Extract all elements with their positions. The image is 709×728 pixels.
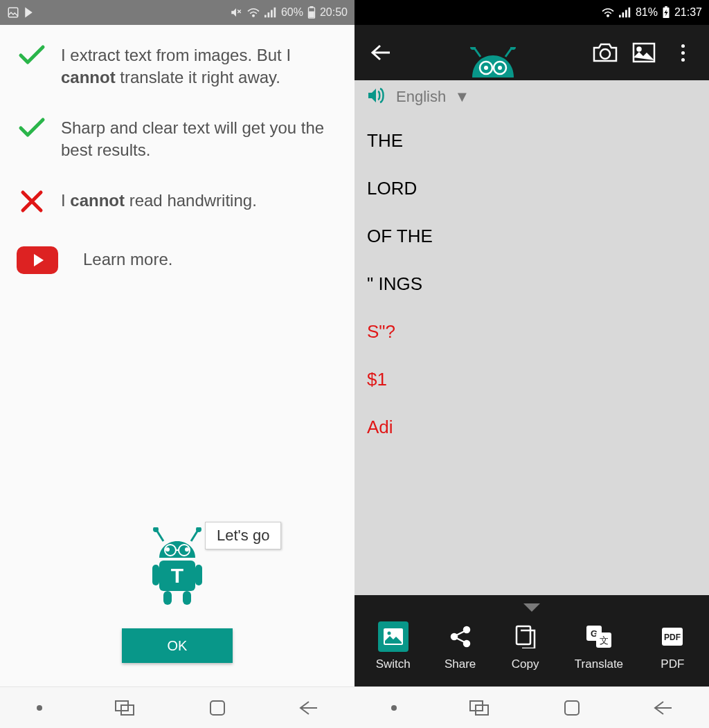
svg-point-14: [165, 547, 170, 552]
youtube-icon: [17, 246, 58, 274]
signal-icon: [619, 7, 631, 18]
status-time: 20:50: [320, 6, 348, 19]
svg-rect-35: [665, 6, 667, 8]
svg-rect-5: [267, 12, 269, 17]
check-icon: [17, 44, 47, 66]
speaker-button[interactable]: [367, 87, 386, 107]
svg-point-44: [498, 66, 502, 70]
back-button[interactable]: [654, 700, 673, 716]
svg-rect-6: [271, 10, 273, 17]
intro-line-2: Sharp and clear text will get you the be…: [61, 117, 338, 162]
recents-button[interactable]: [115, 700, 136, 716]
action-label: Switch: [376, 657, 411, 671]
ocr-result-screen: 81% 21:37: [354, 0, 709, 728]
svg-rect-4: [264, 15, 267, 18]
svg-rect-64: [565, 701, 579, 715]
image-icon: [7, 6, 19, 19]
svg-point-49: [387, 632, 391, 635]
intro-content: I extract text from images. But I cannot…: [0, 25, 354, 686]
wifi-icon: [601, 7, 615, 18]
nav-dot-icon: [37, 705, 42, 711]
svg-point-3: [253, 15, 254, 17]
home-button[interactable]: [563, 699, 581, 717]
svg-rect-31: [622, 12, 624, 17]
ocr-line: " INGS: [367, 273, 697, 295]
intro-line-1: I extract text from images. But I cannot…: [61, 44, 338, 89]
svg-rect-20: [163, 591, 172, 605]
back-button[interactable]: [299, 700, 318, 716]
status-time: 21:37: [674, 6, 702, 19]
language-label: English: [396, 88, 446, 105]
svg-rect-28: [210, 701, 224, 715]
overflow-menu-button[interactable]: [667, 37, 698, 68]
gallery-button[interactable]: [629, 37, 659, 68]
wifi-icon: [246, 7, 260, 18]
svg-rect-0: [8, 8, 18, 17]
action-label: Share: [445, 657, 476, 671]
check-icon: [17, 117, 47, 139]
bottom-action-tray: Switch Share Copy G文 Translate: [354, 595, 709, 686]
status-bar: 60% 20:50: [0, 0, 354, 25]
app-mascot-peek-icon: [464, 47, 522, 80]
learn-more-label: Learn more.: [83, 248, 172, 271]
svg-line-54: [456, 638, 465, 642]
app-bar: [354, 25, 709, 80]
svg-point-47: [638, 48, 641, 51]
learn-more-row[interactable]: Learn more.: [17, 246, 338, 274]
speech-bubble: Let's go: [205, 522, 281, 549]
ocr-text-area[interactable]: THE LORD OF THE " INGS S"? $1 Adi: [354, 113, 709, 595]
home-button[interactable]: [208, 699, 226, 717]
ocr-line: LORD: [367, 178, 697, 199]
language-dropdown[interactable]: English ▼: [396, 88, 469, 106]
recents-button[interactable]: [469, 700, 490, 716]
cross-icon: [17, 190, 47, 213]
tray-collapse-handle[interactable]: [354, 595, 709, 620]
svg-rect-10: [309, 12, 314, 17]
svg-text:PDF: PDF: [664, 633, 681, 642]
svg-point-15: [185, 547, 189, 552]
translate-button[interactable]: G文 Translate: [575, 621, 623, 671]
svg-text:T: T: [171, 564, 183, 587]
ocr-line: OF THE: [367, 226, 697, 247]
battery-percent: 60%: [281, 6, 303, 19]
copy-button[interactable]: Copy: [510, 621, 541, 671]
svg-line-16: [156, 530, 163, 541]
chevron-down-icon: ▼: [450, 88, 469, 105]
nav-dot-icon: [391, 705, 397, 711]
switch-button[interactable]: Switch: [376, 621, 411, 671]
ocr-line: S"?: [367, 321, 697, 343]
action-label: Translate: [575, 657, 623, 671]
intro-line-3: I cannot read handwriting.: [61, 190, 257, 212]
svg-rect-30: [619, 15, 621, 18]
svg-rect-9: [310, 6, 313, 8]
play-store-icon: [24, 6, 36, 19]
share-button[interactable]: Share: [445, 621, 476, 671]
onboarding-screen: 60% 20:50 I extract text from images. Bu…: [0, 0, 354, 728]
copy-icon: [510, 621, 541, 652]
svg-line-53: [456, 631, 465, 635]
navigation-bar: [0, 686, 354, 728]
back-arrow-button[interactable]: [366, 37, 396, 68]
battery-percent: 81%: [636, 6, 658, 19]
action-label: PDF: [661, 657, 684, 671]
svg-point-43: [484, 66, 488, 70]
signal-icon: [264, 7, 277, 18]
status-bar: 81% 21:37: [354, 0, 709, 25]
ok-button[interactable]: OK: [122, 628, 233, 663]
svg-text:文: 文: [599, 635, 608, 646]
ocr-line: Adi: [367, 417, 697, 438]
svg-rect-12: [152, 565, 159, 585]
pdf-icon: PDF: [657, 621, 688, 652]
share-icon: [445, 621, 476, 652]
pdf-button[interactable]: PDF PDF: [657, 621, 688, 671]
svg-rect-13: [195, 565, 202, 585]
svg-point-29: [607, 15, 609, 17]
image-icon: [378, 621, 409, 652]
svg-rect-21: [183, 591, 191, 605]
svg-rect-33: [628, 8, 630, 17]
camera-button[interactable]: [590, 37, 620, 68]
battery-charging-icon: [662, 6, 670, 19]
battery-icon: [307, 6, 316, 19]
svg-rect-55: [517, 626, 530, 644]
language-bar: English ▼: [354, 80, 709, 113]
